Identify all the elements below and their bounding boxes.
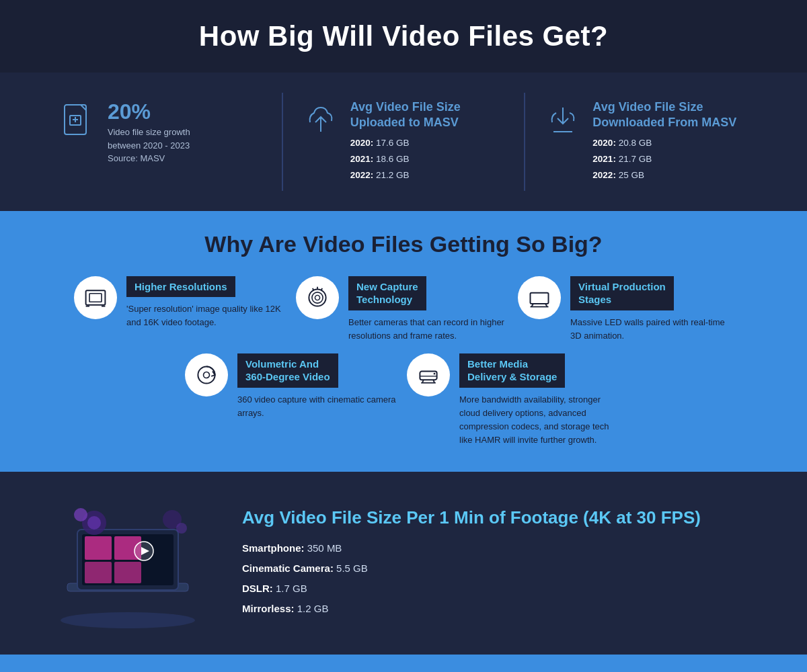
svg-point-12 xyxy=(312,292,323,303)
svg-point-29 xyxy=(61,612,195,628)
media-icon-circle xyxy=(407,353,450,396)
capture-label: New CaptureTechnology xyxy=(348,276,426,310)
higher-res-label: Higher Resolutions xyxy=(126,276,235,298)
stat-downloaded: Avg Video File SizeDownloaded From MASV … xyxy=(525,93,767,191)
virtual-icon-circle xyxy=(518,276,561,319)
header-section: How Big Will Video Files Get? xyxy=(0,0,807,73)
why-virtual: Virtual ProductionStages Massive LED wal… xyxy=(518,276,733,343)
stat-downloaded-content: Avg Video File SizeDownloaded From MASV … xyxy=(592,99,736,184)
stats-section: 20% Video file size growthbetween 2020 -… xyxy=(0,73,807,211)
laptop-illustration xyxy=(40,496,215,630)
virtual-desc: Massive LED walls paired with real-time … xyxy=(570,316,733,343)
higher-res-icon-circle xyxy=(74,276,117,319)
bottom-data: Smartphone: 350 MB Cinematic Camera: 5.5… xyxy=(242,538,701,619)
svg-rect-33 xyxy=(85,536,112,560)
uploaded-data: 2020: 17.6 GB 2021: 18.6 GB 2022: 21.2 G… xyxy=(350,135,461,184)
main-title: How Big Will Video Files Get? xyxy=(40,20,767,52)
svg-rect-17 xyxy=(531,292,549,303)
bottom-content: Avg Video File Size Per 1 Min of Footage… xyxy=(242,507,701,620)
footer-text: Use MASV to Send Big Video Files | Try F… xyxy=(15,669,792,672)
stat-growth: 20% Video file size growthbetween 2020 -… xyxy=(40,93,283,191)
why-media: Better MediaDelivery & Storage More band… xyxy=(407,353,622,448)
media-label: Better MediaDelivery & Storage xyxy=(459,353,565,388)
svg-point-22 xyxy=(204,372,210,378)
upload-icon xyxy=(303,102,338,137)
uploaded-title: Avg Video File SizeUploaded to MASV xyxy=(350,99,461,131)
footer-section: Use MASV to Send Big Video Files | Try F… xyxy=(0,655,807,672)
file-icon xyxy=(61,102,95,137)
svg-point-13 xyxy=(315,295,319,300)
growth-pct: 20% xyxy=(108,99,190,124)
capture-text: New CaptureTechnology Better cameras tha… xyxy=(348,276,511,343)
svg-point-25 xyxy=(434,373,436,375)
downloaded-data: 2020: 20.8 GB 2021: 21.7 GB 2022: 25 GB xyxy=(592,135,736,184)
stat-growth-content: 20% Video file size growthbetween 2020 -… xyxy=(108,99,190,165)
bottom-section: Avg Video File Size Per 1 Min of Footage… xyxy=(0,472,807,655)
bottom-title: Avg Video File Size Per 1 Min of Footage… xyxy=(242,507,701,530)
svg-rect-23 xyxy=(420,372,436,380)
volumetric-label: Volumetric And360-Degree Video xyxy=(237,353,338,388)
virtual-text: Virtual ProductionStages Massive LED wal… xyxy=(570,276,733,343)
download-icon xyxy=(545,102,580,137)
growth-desc: Video file size growthbetween 2020 - 202… xyxy=(108,126,190,165)
stat-uploaded-content: Avg Video File SizeUploaded to MASV 2020… xyxy=(350,99,461,184)
why-capture: New CaptureTechnology Better cameras tha… xyxy=(296,276,511,343)
media-desc: More bandwidth availability, stronger cl… xyxy=(459,393,622,448)
volumetric-icon-circle xyxy=(185,353,228,396)
svg-point-43 xyxy=(176,523,187,534)
downloaded-title: Avg Video File SizeDownloaded From MASV xyxy=(592,99,736,131)
svg-rect-8 xyxy=(89,293,102,302)
svg-rect-7 xyxy=(86,290,106,305)
why-bottom-row: Volumetric And360-Degree Video 360 video… xyxy=(34,353,773,448)
volumetric-text: Volumetric And360-Degree Video 360 video… xyxy=(237,353,400,420)
higher-res-text: Higher Resolutions 'Super resolution' im… xyxy=(126,276,289,330)
why-top-row: Higher Resolutions 'Super resolution' im… xyxy=(34,276,773,343)
media-text: Better MediaDelivery & Storage More band… xyxy=(459,353,622,448)
why-title: Why Are Video Files Getting So Big? xyxy=(34,231,773,257)
svg-point-40 xyxy=(87,516,101,530)
svg-rect-35 xyxy=(85,562,112,583)
higher-res-desc: 'Super resolution' image quality like 12… xyxy=(126,302,289,329)
svg-point-41 xyxy=(74,508,87,521)
why-section: Why Are Video Files Getting So Big? High… xyxy=(0,211,807,472)
capture-icon-circle xyxy=(296,276,339,319)
virtual-label: Virtual ProductionStages xyxy=(570,276,674,310)
volumetric-desc: 360 video capture with cinematic camera … xyxy=(237,393,400,420)
why-volumetric: Volumetric And360-Degree Video 360 video… xyxy=(185,353,400,448)
capture-desc: Better cameras that can record in higher… xyxy=(348,316,511,343)
stat-uploaded: Avg Video File SizeUploaded to MASV 2020… xyxy=(283,93,526,191)
why-higher-res: Higher Resolutions 'Super resolution' im… xyxy=(74,276,289,343)
svg-rect-36 xyxy=(114,562,141,583)
